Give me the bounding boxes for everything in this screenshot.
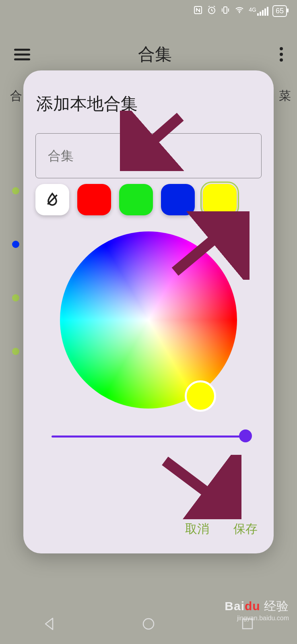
app-header: 合集 [0,36,297,72]
watermark-post: 经验 [264,599,289,613]
bg-dot [12,187,19,194]
save-button[interactable]: 保存 [233,521,258,537]
overflow-icon[interactable] [280,47,283,62]
battery-pct: 65 [276,7,284,15]
svg-point-8 [143,619,154,629]
watermark-pre: Bai [225,599,245,613]
add-collection-dialog: 添加本地合集 取消 保存 [23,70,274,553]
brightness-slider[interactable] [52,431,245,443]
dialog-title: 添加本地合集 [35,93,262,115]
red-swatch[interactable] [77,184,111,215]
bg-dot [12,294,19,301]
watermark-brand: Baidu 经验 [225,598,289,615]
signal-icon [257,7,268,16]
bg-color-dots [12,187,19,355]
alarm-icon [207,5,217,17]
vibrate-icon [221,5,230,17]
watermark-url: jingyan.baidu.com [225,615,289,622]
collection-name-input[interactable] [35,133,262,178]
green-swatch[interactable] [119,184,153,215]
bg-dot [12,348,19,355]
dialog-actions: 取消 保存 [185,521,258,537]
no-color-swatch[interactable] [35,184,69,215]
network-label: 4G [249,7,256,12]
preset-swatch-row [35,184,262,215]
color-wheel-thumb[interactable] [185,380,216,412]
nfc-icon [193,5,203,17]
page-title: 合集 [138,43,172,66]
home-icon[interactable] [141,617,156,631]
wifi-icon [234,5,245,17]
slider-track [52,436,245,438]
cancel-button[interactable]: 取消 [185,521,209,537]
watermark: Baidu 经验 jingyan.baidu.com [225,598,289,622]
svg-point-3 [239,12,240,13]
svg-rect-2 [224,7,227,13]
slider-thumb[interactable] [239,429,252,442]
color-wheel-disc[interactable] [60,231,237,409]
battery-indicator: 65 [272,5,287,17]
yellow-swatch[interactable] [203,184,237,215]
no-color-icon [44,192,60,208]
back-icon[interactable] [42,617,57,631]
color-wheel[interactable] [60,231,237,409]
status-bar: 4G 65 [0,0,297,22]
bg-text-right: 菜 [279,88,291,104]
menu-icon[interactable] [14,49,30,60]
cellular-indicator: 4G [249,7,268,16]
bg-text-left: 合 [10,88,22,104]
blue-swatch[interactable] [161,184,195,215]
watermark-mid: d [245,599,252,613]
bg-dot [12,241,19,248]
